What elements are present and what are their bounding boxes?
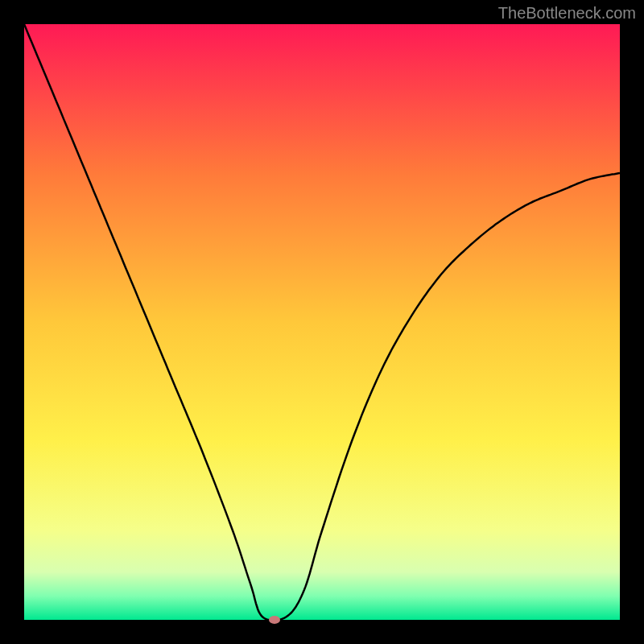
chart-container: TheBottleneck.com	[0, 0, 644, 644]
optimal-point-marker	[269, 616, 280, 624]
watermark-text: TheBottleneck.com	[498, 4, 636, 23]
plot-area	[24, 24, 620, 620]
bottleneck-curve	[24, 24, 620, 620]
curve-overlay	[24, 24, 620, 620]
